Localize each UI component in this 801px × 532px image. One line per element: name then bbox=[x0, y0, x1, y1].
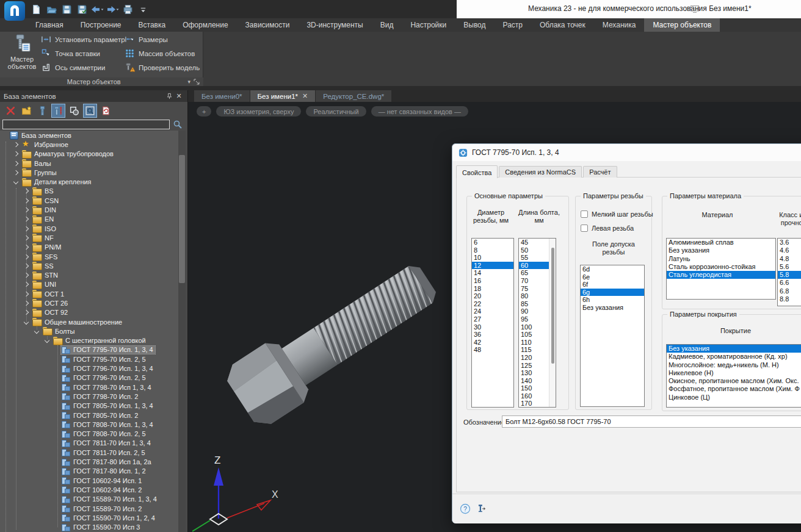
list-option[interactable]: 12 bbox=[472, 262, 513, 270]
list-option[interactable]: Без указания bbox=[667, 345, 801, 353]
tree-item[interactable]: BS bbox=[0, 187, 178, 196]
collapse-arrow-icon[interactable] bbox=[34, 329, 39, 334]
help-icon[interactable]: ? bbox=[460, 503, 471, 514]
list-option[interactable]: 4.6 bbox=[778, 246, 801, 254]
viewport-control[interactable]: Реалистичный bbox=[306, 106, 366, 117]
dialog-tab[interactable]: Расчёт bbox=[583, 166, 617, 178]
expand-arrow-icon[interactable] bbox=[13, 151, 18, 156]
tree-item[interactable]: ГОСТ 7808-70 Исп. 2, 5 bbox=[0, 430, 178, 439]
ribbon-tab[interactable]: Мастер объектов bbox=[644, 18, 720, 32]
list-option[interactable]: 18 bbox=[472, 285, 513, 293]
element-tree[interactable]: База элементовИзбранноеАрматура трубопро… bbox=[0, 131, 178, 532]
list-option[interactable]: 14 bbox=[472, 269, 513, 277]
ribbon-tab[interactable]: Главная bbox=[27, 18, 72, 32]
new-file-icon[interactable] bbox=[29, 2, 43, 16]
ribbon-button[interactable]: Размеры bbox=[124, 34, 202, 45]
expand-arrow-icon[interactable] bbox=[24, 282, 29, 287]
expand-arrow-icon[interactable] bbox=[13, 170, 18, 175]
close-panel-icon[interactable]: ✕ bbox=[174, 92, 184, 101]
tree-item[interactable]: ГОСТ 7817-80 Исп 1а, 2а bbox=[0, 457, 178, 466]
tree-item[interactable]: DIN bbox=[0, 205, 178, 214]
list-option[interactable]: 8 bbox=[472, 246, 513, 254]
ribbon-tab[interactable]: Механика bbox=[594, 18, 645, 32]
expand-arrow-icon[interactable] bbox=[24, 217, 29, 221]
tree-item[interactable]: ГОСТ 7795-70 Исп. 2, 5 bbox=[0, 354, 178, 364]
designation-input[interactable] bbox=[502, 415, 801, 428]
document-tab[interactable]: Редуктор_CE.dwg* bbox=[316, 90, 391, 102]
list-option[interactable]: Латунь bbox=[667, 255, 775, 263]
collapse-arrow-icon[interactable] bbox=[24, 319, 29, 324]
tree-item[interactable]: ГОСТ 7811-70 Исп. 2, 5 bbox=[0, 448, 178, 457]
list-option[interactable]: 5.6 bbox=[778, 263, 801, 271]
list-option[interactable]: 5.8 bbox=[778, 271, 801, 279]
collapse-arrow-icon[interactable] bbox=[45, 338, 49, 343]
list-option[interactable]: 6.8 bbox=[778, 287, 801, 295]
tree-item[interactable]: Валы bbox=[0, 159, 178, 168]
list-option[interactable]: Алюминиевый сплав bbox=[667, 239, 775, 246]
list-option[interactable]: 6 bbox=[472, 239, 513, 246]
ribbon-tab[interactable]: Построение bbox=[72, 18, 130, 32]
tree-item[interactable]: Болты bbox=[0, 326, 178, 336]
tree-item[interactable]: Группы bbox=[0, 168, 178, 177]
expand-arrow-icon[interactable] bbox=[24, 264, 29, 268]
expand-arrow-icon[interactable] bbox=[13, 160, 18, 165]
ribbon-button[interactable]: Точка вставки bbox=[40, 48, 121, 59]
list-option[interactable]: 30 bbox=[472, 323, 513, 331]
redo-icon[interactable] bbox=[106, 2, 119, 16]
tree-item[interactable]: ГОСТ 7796-70 Исп. 1, 3, 4 bbox=[0, 364, 178, 373]
print-icon[interactable] bbox=[121, 2, 134, 16]
expand-arrow-icon[interactable] bbox=[13, 142, 18, 147]
expand-arrow-icon[interactable] bbox=[24, 198, 29, 203]
ribbon-button[interactable]: Проверить модель bbox=[124, 62, 202, 73]
list-option[interactable]: 48 bbox=[472, 346, 513, 354]
shapes-icon[interactable] bbox=[67, 104, 81, 118]
ribbon-tab[interactable]: Вставка bbox=[130, 18, 175, 32]
ribbon-tab[interactable]: Вид bbox=[372, 18, 402, 32]
tree-item[interactable]: CSN bbox=[0, 196, 178, 205]
class-list[interactable]: 3.64.64.85.65.86.66.88.8 bbox=[777, 238, 801, 306]
list-option[interactable]: 6g bbox=[581, 289, 644, 297]
expand-arrow-icon[interactable] bbox=[24, 207, 29, 212]
close-tab-icon[interactable]: ✕ bbox=[302, 92, 308, 100]
tree-item[interactable]: С шестигранной головкой bbox=[0, 336, 178, 345]
dialog-tab[interactable]: Сведения из NormaCS bbox=[499, 166, 582, 178]
tree-item[interactable]: ГОСТ 7798-70 Исп 1, 3, 4 bbox=[0, 383, 178, 392]
ribbon-tab[interactable]: Настройки bbox=[402, 18, 455, 32]
tree-item[interactable]: ГОСТ 10602-94 Исп. 2 bbox=[0, 485, 178, 494]
ribbon-tab[interactable]: Растр bbox=[495, 18, 531, 32]
list-option[interactable]: 42 bbox=[472, 339, 513, 347]
tree-item[interactable]: ГОСТ 7805-70 Исп. 1, 3, 4 bbox=[0, 401, 178, 411]
list-option[interactable]: 6.6 bbox=[778, 279, 801, 287]
tree-item[interactable]: ОСТ 26 bbox=[0, 298, 178, 307]
checkbox[interactable] bbox=[581, 210, 588, 218]
expand-arrow-icon[interactable] bbox=[24, 310, 29, 315]
list-option[interactable]: Окисное, пропитанное маслом (Хим. Окс. bbox=[667, 377, 801, 385]
undo-icon[interactable] bbox=[90, 2, 104, 16]
tree-item[interactable]: NF bbox=[0, 233, 178, 242]
expand-arrow-icon[interactable] bbox=[24, 273, 29, 278]
tree-item[interactable]: ГОСТ 15590-70 Исп 3 bbox=[0, 522, 178, 531]
length-list[interactable]: 4550556065707580859095100105110115120125… bbox=[518, 238, 556, 408]
titlebar-display-icon[interactable] bbox=[690, 5, 700, 13]
tree-item[interactable]: ОСТ 1 bbox=[0, 289, 178, 298]
ribbon-tab[interactable]: Вывод bbox=[455, 18, 494, 32]
tree-item[interactable]: Детали крепления bbox=[0, 177, 178, 186]
list-option[interactable]: 4.8 bbox=[778, 255, 801, 263]
length-list-scrollbar-thumb[interactable] bbox=[551, 248, 554, 364]
ribbon-button[interactable]: Ось симметрии bbox=[40, 62, 121, 73]
ribbon-tab[interactable]: Облака точек bbox=[531, 18, 594, 32]
add-folder-icon[interactable] bbox=[20, 104, 34, 118]
list-option[interactable]: 6f bbox=[581, 281, 644, 289]
checkbox[interactable] bbox=[581, 225, 588, 232]
viewport-control[interactable]: ЮЗ изометрия, сверху bbox=[216, 106, 301, 117]
list-option[interactable]: Кадмиевое, хроматированное (Кд. хр) bbox=[667, 353, 801, 361]
tree-item[interactable]: ГОСТ 15590-70 Исп 1, 2, 4 bbox=[0, 513, 178, 522]
diameter-list[interactable]: 6810121416182022242730364248 bbox=[471, 238, 514, 408]
list-option[interactable]: Сталь углеродистая bbox=[667, 271, 775, 279]
list-option[interactable]: 20 bbox=[472, 292, 513, 300]
list-option[interactable]: 6h bbox=[581, 296, 644, 304]
element-icon[interactable] bbox=[35, 104, 49, 118]
viewport-control[interactable]: — нет связанных видов — bbox=[371, 106, 468, 117]
tree-item[interactable]: EN bbox=[0, 215, 178, 224]
save-icon[interactable] bbox=[60, 2, 73, 16]
